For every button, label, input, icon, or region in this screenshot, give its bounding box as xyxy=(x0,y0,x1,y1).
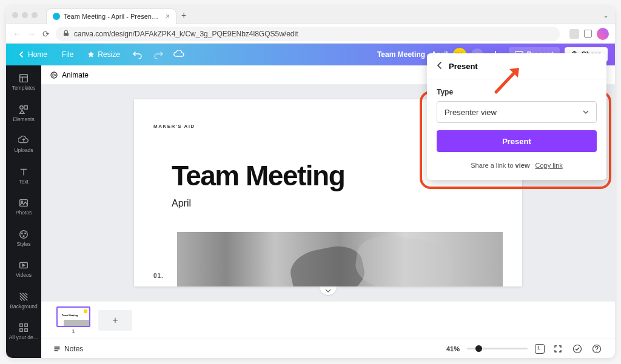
svg-rect-1 xyxy=(20,74,28,82)
photos-icon xyxy=(18,197,29,208)
traffic-max[interactable] xyxy=(32,12,38,18)
panel-share-row: Share a link to view Copy link xyxy=(437,162,597,169)
thumbnail-img xyxy=(64,320,89,326)
sidebar-item-more[interactable]: All your de… xyxy=(7,320,40,343)
thumbnail-text: Team Meeting xyxy=(62,314,78,317)
chevron-down-icon xyxy=(325,289,331,293)
lock-icon xyxy=(63,30,69,38)
slide-thumbnail[interactable]: Team Meeting 1 xyxy=(56,306,91,334)
sidebar-item-elements[interactable]: Elements xyxy=(7,102,40,125)
browser-urlbar: ← → ⟳ canva.com/design/DAFAkZPK4_k/Cw_3g… xyxy=(6,24,615,44)
thumbnail-badge xyxy=(84,309,87,313)
grid-view-button[interactable] xyxy=(535,344,545,354)
home-label: Home xyxy=(28,50,47,59)
help-button[interactable] xyxy=(591,343,603,355)
home-button[interactable]: Home xyxy=(13,48,52,61)
redo-button[interactable] xyxy=(150,47,166,62)
share-prefix: Share a link to xyxy=(471,162,515,169)
share-bold: view xyxy=(515,162,530,169)
extension-icon[interactable] xyxy=(569,29,579,39)
notes-label: Notes xyxy=(64,345,83,353)
animate-button[interactable]: Animate xyxy=(50,71,89,79)
sidebar-item-uploads[interactable]: Uploads xyxy=(7,133,40,156)
panel-header: Present xyxy=(427,53,606,79)
new-tab-button[interactable]: + xyxy=(181,10,186,20)
zoom-percent: 41% xyxy=(446,345,460,352)
url-text: canva.com/design/DAFAkZPK4_k/Cw_3g_PQE9E… xyxy=(74,30,298,38)
sidebar-item-photos[interactable]: Photos xyxy=(7,195,40,218)
text-icon xyxy=(18,167,29,177)
tab-close-icon[interactable]: × xyxy=(166,12,170,21)
svg-rect-14 xyxy=(25,329,28,332)
reload-icon[interactable]: ⟳ xyxy=(41,29,51,39)
traffic-lights xyxy=(12,12,38,18)
notes-button[interactable]: Notes xyxy=(53,345,83,353)
url-field[interactable]: canva.com/design/DAFAkZPK4_k/Cw_3g_PQE9E… xyxy=(56,27,560,41)
sidebar-item-videos[interactable]: Videos xyxy=(7,257,40,280)
tab-title: Team Meeting - April - Presen… xyxy=(64,13,158,20)
sidebar-item-text[interactable]: Text xyxy=(7,164,40,187)
presentation-type-select[interactable]: Presenter view xyxy=(437,101,597,123)
templates-icon xyxy=(18,73,29,84)
chevron-down-icon xyxy=(583,110,589,114)
tabs-icon[interactable] xyxy=(584,30,592,38)
panel-back-button[interactable] xyxy=(437,61,443,71)
panel-title: Present xyxy=(449,62,478,71)
fullscreen-button[interactable] xyxy=(552,343,564,355)
checkmark-icon[interactable] xyxy=(571,343,583,355)
svg-rect-11 xyxy=(20,324,23,327)
left-sidebar: Templates Elements Uploads Text Photos S… xyxy=(6,65,41,358)
nav-back-icon[interactable]: ← xyxy=(12,29,22,39)
footer-bar: Notes 41% xyxy=(41,339,615,358)
tabbar-chevron-icon[interactable]: ⌄ xyxy=(603,11,609,19)
file-button[interactable]: File xyxy=(57,48,78,61)
slide-number: 01. xyxy=(153,273,164,286)
notes-icon xyxy=(53,345,61,352)
traffic-close[interactable] xyxy=(12,12,18,18)
sidebar-item-background[interactable]: Background xyxy=(7,289,40,312)
sidebar-label: Templates xyxy=(12,85,36,91)
zoom-slider-thumb[interactable] xyxy=(475,345,482,352)
urlbar-right xyxy=(569,28,609,40)
sidebar-label: Text xyxy=(19,179,29,185)
traffic-min[interactable] xyxy=(22,12,28,18)
thumbnail-number: 1 xyxy=(72,328,75,334)
uploads-icon xyxy=(18,135,29,146)
panel-present-button[interactable]: Present xyxy=(437,130,597,152)
sidebar-label: Videos xyxy=(16,273,32,278)
sidebar-label: Photos xyxy=(16,210,32,216)
panel-type-label: Type xyxy=(437,88,597,96)
add-slide-button[interactable]: + xyxy=(98,310,132,331)
slide-image[interactable] xyxy=(177,232,503,286)
sidebar-item-styles[interactable]: Styles xyxy=(7,227,40,250)
sidebar-item-templates[interactable]: Templates xyxy=(7,70,40,93)
sidebar-label: Elements xyxy=(13,117,34,122)
styles-icon xyxy=(18,229,29,240)
thumbnail-preview: Team Meeting xyxy=(56,306,90,327)
browser-window: Team Meeting - April - Presen… × + ⌄ ← →… xyxy=(6,6,615,358)
thumbnail-strip: Team Meeting 1 + xyxy=(41,301,615,339)
sidebar-label: All your de… xyxy=(9,335,39,340)
elements-icon xyxy=(18,104,29,115)
svg-point-8 xyxy=(25,233,26,234)
nav-forward-icon[interactable]: → xyxy=(27,29,36,39)
svg-rect-13 xyxy=(20,329,23,332)
svg-point-9 xyxy=(23,235,24,236)
browser-tabbar: Team Meeting - April - Presen… × + ⌄ xyxy=(6,6,615,24)
profile-avatar-icon[interactable] xyxy=(597,28,609,40)
copy-link-button[interactable]: Copy link xyxy=(535,162,563,169)
panel-present-label: Present xyxy=(502,137,531,146)
svg-point-7 xyxy=(21,233,22,234)
sidebar-label: Background xyxy=(10,304,37,309)
slide-subtitle[interactable]: April xyxy=(172,198,503,209)
cloud-sync-icon[interactable] xyxy=(171,47,187,62)
zoom-slider[interactable] xyxy=(467,348,528,349)
file-label: File xyxy=(62,50,73,59)
undo-button[interactable] xyxy=(130,47,146,62)
resize-button[interactable]: Resize xyxy=(83,48,125,61)
background-icon xyxy=(18,291,29,302)
videos-icon xyxy=(18,260,29,271)
browser-tab[interactable]: Team Meeting - April - Presen… × xyxy=(46,8,176,24)
panel-body: Type Presenter view Present Share a link… xyxy=(427,79,606,180)
expand-handle[interactable] xyxy=(320,286,337,295)
